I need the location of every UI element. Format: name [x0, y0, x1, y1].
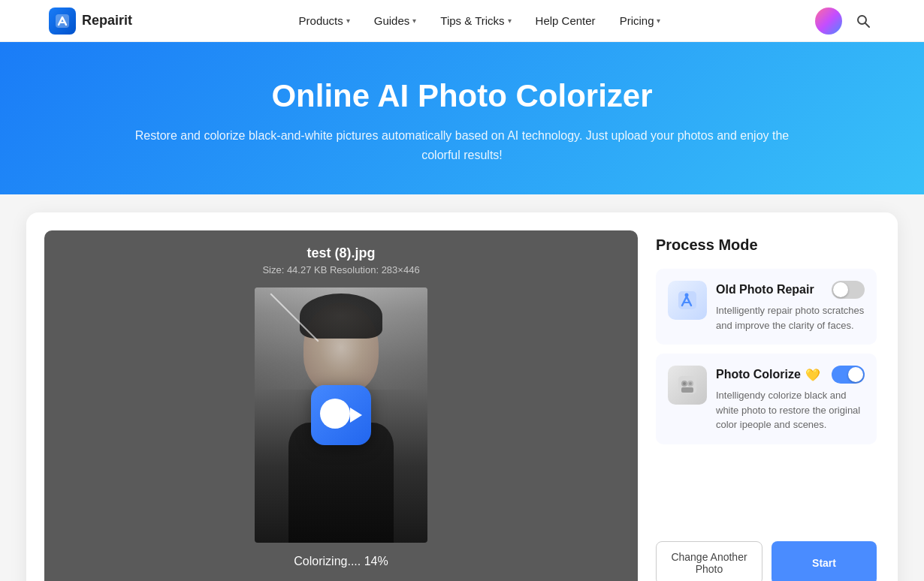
chevron-down-icon: ▾ [508, 17, 512, 25]
nav-item-pricing[interactable]: Pricing ▾ [609, 8, 672, 33]
avatar[interactable] [815, 8, 842, 35]
repair-mode-desc: Intelligently repair photo scratches and… [716, 303, 865, 333]
logo-icon [49, 8, 76, 35]
colorize-mode-badge: 💛 [805, 368, 820, 382]
colorize-mode-desc: Intelligendy colorize black and white ph… [716, 388, 865, 432]
colorize-mode-content: Photo Colorize 💛 Intelligendy colorize b… [716, 366, 865, 432]
svg-line-2 [865, 23, 869, 27]
colorize-mode-header: Photo Colorize 💛 [716, 366, 865, 384]
svg-point-4 [685, 294, 689, 297]
process-mode-title: Process Mode [656, 236, 877, 254]
search-icon[interactable] [851, 9, 875, 33]
play-arrow-icon [350, 408, 362, 423]
svg-rect-0 [56, 14, 69, 28]
mode-item-colorize: Photo Colorize 💛 Intelligendy colorize b… [656, 354, 877, 444]
start-button[interactable]: Start [772, 541, 877, 581]
colorize-mode-name-row: Photo Colorize 💛 [716, 368, 820, 382]
repair-mode-content: Old Photo Repair Intelligently repair ph… [716, 281, 865, 333]
processing-icon [311, 385, 371, 445]
mode-item-repair: Old Photo Repair Intelligently repair ph… [656, 269, 877, 345]
navbar: Repairit Products ▾ Guides ▾ Tips & Tric… [0, 0, 924, 42]
processing-icon-inner [311, 385, 371, 445]
svg-point-9 [683, 382, 686, 385]
repair-mode-name-row: Old Photo Repair [716, 283, 814, 297]
nav-links: Products ▾ Guides ▾ Tips & Tricks ▾ Help… [156, 8, 803, 33]
btn-row: Change Another Photo Start [656, 523, 877, 581]
repair-mode-name: Old Photo Repair [716, 283, 814, 297]
change-photo-button[interactable]: Change Another Photo [656, 541, 762, 581]
progress-text: Colorizing.... 14% [294, 555, 388, 568]
logo[interactable]: Repairit [49, 8, 132, 35]
chevron-down-icon: ▾ [657, 17, 660, 25]
svg-point-10 [689, 382, 692, 385]
chevron-down-icon: ▾ [346, 17, 350, 25]
file-title: test (8).jpg [306, 245, 375, 261]
nav-item-products[interactable]: Products ▾ [288, 8, 361, 33]
repair-mode-toggle[interactable] [832, 281, 865, 299]
photo-preview [255, 287, 427, 543]
hero-subtitle: Restore and colorize black-and-white pic… [124, 126, 800, 164]
colorize-mode-icon [668, 366, 707, 405]
main-card: test (8).jpg Size: 44.27 KB Resolution: … [26, 212, 898, 581]
nav-item-guides[interactable]: Guides ▾ [364, 8, 427, 33]
repair-mode-icon [668, 281, 707, 320]
logo-text: Repairit [82, 13, 132, 29]
nav-item-help[interactable]: Help Center [525, 8, 606, 33]
nav-right [815, 8, 875, 35]
repair-mode-header: Old Photo Repair [716, 281, 865, 299]
right-panel: Process Mode Old Photo Repair Intel [653, 230, 880, 581]
chevron-down-icon: ▾ [412, 17, 416, 25]
hair-shape [300, 294, 382, 339]
left-panel: test (8).jpg Size: 44.27 KB Resolution: … [44, 230, 638, 581]
file-meta: Size: 44.27 KB Resolution: 283×446 [262, 264, 419, 275]
colorize-mode-toggle[interactable] [832, 366, 865, 384]
colorize-mode-name: Photo Colorize [716, 368, 801, 381]
hero-title: Online AI Photo Colorizer [15, 78, 909, 114]
svg-rect-8 [681, 387, 693, 393]
hero-section: Online AI Photo Colorizer Restore and co… [0, 42, 924, 194]
nav-item-tips[interactable]: Tips & Tricks ▾ [430, 8, 521, 33]
